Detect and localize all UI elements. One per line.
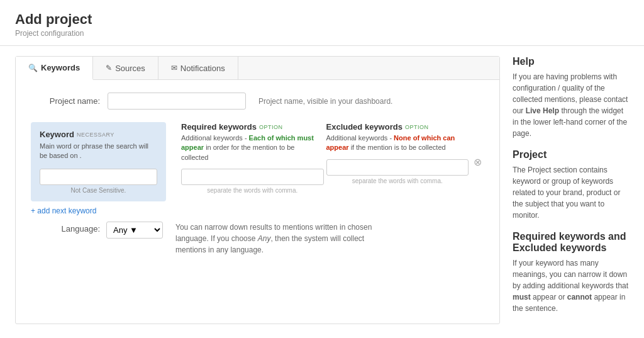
tab-sources[interactable]: ✎ Sources <box>93 57 158 79</box>
keyword-block-title: Keyword NECESSARY <box>40 130 157 139</box>
add-next-keyword-link[interactable]: + add next keyword <box>31 206 96 215</box>
tab-keywords[interactable]: 🔍 Keywords <box>16 57 93 80</box>
keyword-row-container: Keyword NECESSARY Main word or phrase th… <box>31 122 484 201</box>
excluded-option-badge: OPTION <box>405 124 429 130</box>
project-help-title: Project <box>513 149 629 161</box>
language-hint: You can narrow down results to mentions … <box>175 222 389 256</box>
required-keywords-title: Required keywords OPTION <box>181 122 324 132</box>
help-title: Help <box>513 56 629 67</box>
main-panel: 🔍 Keywords ✎ Sources ✉ Notifications Pro… <box>15 56 500 324</box>
panel-content: Project name: Project name, visible in y… <box>16 80 499 268</box>
required-excluded-help-text: If your keyword has many meanings, you c… <box>513 257 629 314</box>
project-name-hint: Project name, visible in your dashboard. <box>258 97 392 106</box>
excluded-keywords-hint: separate the words with comma. <box>326 177 469 184</box>
required-excluded-help-title: Required keywords and Excluded keywords <box>513 231 629 254</box>
content-area: 🔍 Keywords ✎ Sources ✉ Notifications Pro… <box>0 46 644 334</box>
language-row: Language: Any ▼ English Spanish French G… <box>31 222 484 256</box>
project-help-text: The Project section contains keyword or … <box>513 164 629 221</box>
required-option-badge: OPTION <box>259 124 283 130</box>
keyword-block-desc: Main word or phrase the search will be b… <box>40 142 157 161</box>
project-name-input[interactable] <box>108 93 246 110</box>
tabs-bar: 🔍 Keywords ✎ Sources ✉ Notifications <box>16 57 499 80</box>
required-keywords-hint: separate the words with comma. <box>181 187 324 194</box>
help-section: Help If you are having problems with con… <box>513 56 629 139</box>
keyword-block: Keyword NECESSARY Main word or phrase th… <box>31 122 166 201</box>
remove-keyword-button[interactable]: ⊗ <box>471 154 484 171</box>
language-label: Language: <box>31 222 100 234</box>
help-text: If you are having problems with configur… <box>513 71 629 139</box>
page-subtitle: Project configuration <box>15 29 629 38</box>
notifications-icon: ✉ <box>171 64 177 72</box>
keyword-case-hint: Not Case Sensitive. <box>71 187 126 194</box>
keyword-input-wrap: Not Case Sensitive. <box>40 169 157 194</box>
required-keywords-input[interactable] <box>181 169 324 185</box>
excluded-keywords-title: Excluded keywords OPTION <box>326 122 469 132</box>
tab-notifications[interactable]: ✉ Notifications <box>158 57 238 79</box>
keyword-input[interactable] <box>40 169 157 185</box>
required-keywords-block: Required keywords OPTION Additional keyw… <box>181 122 324 194</box>
project-help-section: Project The Project section contains key… <box>513 149 629 221</box>
language-select[interactable]: Any ▼ English Spanish French German <box>106 222 163 239</box>
keyword-necessary-badge: NECESSARY <box>77 132 114 138</box>
project-name-row: Project name: Project name, visible in y… <box>31 93 484 110</box>
excluded-keywords-block: Excluded keywords OPTION Additional keyw… <box>326 122 469 184</box>
project-name-label: Project name: <box>31 96 100 106</box>
excluded-keywords-desc: Additional keywords - None of which can … <box>326 133 469 153</box>
page-header: Add project Project configuration <box>0 0 644 46</box>
required-keywords-desc: Additional keywords - Each of which must… <box>181 133 324 162</box>
search-icon: 🔍 <box>28 64 38 72</box>
required-excluded-help-section: Required keywords and Excluded keywords … <box>513 231 629 314</box>
page-title: Add project <box>15 11 629 28</box>
page-wrapper: Add project Project configuration 🔍 Keyw… <box>0 0 644 338</box>
options-with-remove: Required keywords OPTION Additional keyw… <box>181 122 484 194</box>
help-sidebar: Help If you are having problems with con… <box>513 56 629 324</box>
excluded-keywords-input[interactable] <box>326 159 469 176</box>
sources-icon: ✎ <box>106 64 112 72</box>
